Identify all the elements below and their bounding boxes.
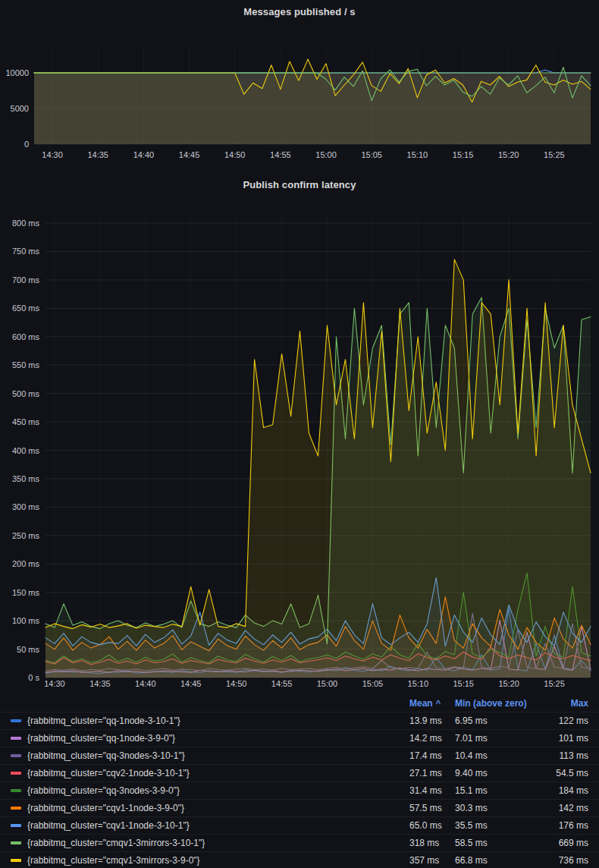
legend-header-max[interactable]: Max bbox=[547, 698, 588, 709]
svg-text:15:10: 15:10 bbox=[408, 679, 429, 688]
legend-row: {rabbitmq_cluster="qq-3nodes-3-10-1"}17.… bbox=[0, 747, 599, 764]
series-color-swatch bbox=[11, 719, 21, 722]
svg-text:600 ms: 600 ms bbox=[12, 332, 40, 341]
svg-text:15:15: 15:15 bbox=[453, 150, 474, 159]
series-color-swatch bbox=[11, 807, 21, 810]
legend-series-label[interactable]: {rabbitmq_cluster="cmqv1-3mirrors-3-9-0"… bbox=[27, 855, 200, 866]
legend-min-value: 66.8 ms bbox=[455, 855, 547, 866]
legend-mean-value: 13.9 ms bbox=[409, 715, 455, 726]
legend-min-value: 6.95 ms bbox=[455, 715, 547, 726]
svg-text:0: 0 bbox=[24, 140, 29, 149]
svg-text:15:25: 15:25 bbox=[544, 150, 565, 159]
svg-text:50 ms: 50 ms bbox=[17, 645, 39, 654]
svg-text:15:05: 15:05 bbox=[362, 679, 384, 688]
series-color-swatch bbox=[11, 789, 21, 792]
svg-text:14:55: 14:55 bbox=[270, 150, 291, 159]
legend-row: {rabbitmq_cluster="cqv1-1node-3-10-1"}65… bbox=[0, 816, 599, 834]
legend-mean-value: 27.1 ms bbox=[409, 768, 455, 778]
legend-series-cell: {rabbitmq_cluster="qq-3nodes-3-9-0"} bbox=[11, 785, 409, 796]
grafana-dashboard: Messages published / s 050001000014:3014… bbox=[0, 0, 599, 868]
svg-text:15:10: 15:10 bbox=[407, 150, 428, 159]
legend-max-value: 122 ms bbox=[547, 715, 588, 726]
svg-text:14:35: 14:35 bbox=[87, 150, 108, 159]
svg-text:550 ms: 550 ms bbox=[12, 360, 40, 370]
svg-text:450 ms: 450 ms bbox=[12, 417, 40, 426]
legend-header-row: Mean^ Min (above zero) Max bbox=[0, 695, 599, 712]
svg-text:250 ms: 250 ms bbox=[12, 531, 40, 540]
legend-series-label[interactable]: {rabbitmq_cluster="qq-1node-3-9-0"} bbox=[27, 733, 175, 744]
legend-mean-value: 57.5 ms bbox=[409, 803, 455, 813]
legend-series-cell: {rabbitmq_cluster="cmqv1-3mirrors-3-9-0"… bbox=[11, 855, 409, 866]
series-color-swatch bbox=[11, 841, 21, 844]
legend-series-label[interactable]: {rabbitmq_cluster="cmqv1-3mirrors-3-10-1… bbox=[27, 838, 205, 848]
legend-series-label[interactable]: {rabbitmq_cluster="qq-3nodes-3-10-1"} bbox=[27, 750, 185, 761]
svg-text:800 ms: 800 ms bbox=[12, 219, 40, 228]
legend-mean-value: 14.2 ms bbox=[409, 733, 455, 744]
series-color-swatch bbox=[11, 859, 21, 862]
legend-min-value: 7.01 ms bbox=[455, 733, 547, 744]
svg-text:15:20: 15:20 bbox=[498, 150, 519, 159]
legend-series-cell: {rabbitmq_cluster="qq-3nodes-3-10-1"} bbox=[11, 750, 409, 761]
svg-text:350 ms: 350 ms bbox=[12, 474, 40, 483]
legend-series-cell: {rabbitmq_cluster="qq-1node-3-9-0"} bbox=[11, 733, 409, 744]
legend-mean-value: 318 ms bbox=[409, 838, 455, 848]
svg-text:15:15: 15:15 bbox=[453, 679, 474, 688]
legend-min-value: 10.4 ms bbox=[455, 750, 547, 761]
legend-row: {rabbitmq_cluster="qq-1node-3-10-1"}13.9… bbox=[0, 712, 599, 729]
legend-max-value: 176 ms bbox=[547, 820, 588, 831]
legend-header-mean-label: Mean bbox=[409, 698, 433, 709]
legend-series-cell: {rabbitmq_cluster="cqv1-1node-3-9-0"} bbox=[11, 803, 409, 813]
legend-series-label[interactable]: {rabbitmq_cluster="cqv1-1node-3-10-1"} bbox=[27, 820, 190, 831]
publish-confirm-latency-chart[interactable]: 0 s50 ms100 ms150 ms200 ms250 ms300 ms35… bbox=[0, 171, 599, 697]
legend-series-label[interactable]: {rabbitmq_cluster="qq-3nodes-3-9-0"} bbox=[27, 785, 180, 796]
series-color-swatch bbox=[11, 824, 21, 827]
svg-text:14:50: 14:50 bbox=[224, 150, 246, 159]
svg-text:150 ms: 150 ms bbox=[12, 588, 40, 597]
series-color-swatch bbox=[11, 772, 21, 775]
svg-text:650 ms: 650 ms bbox=[12, 303, 40, 313]
legend-series-label[interactable]: {rabbitmq_cluster="cqv2-1node-3-10-1"} bbox=[27, 768, 190, 778]
legend-row: {rabbitmq_cluster="qq-3nodes-3-9-0"}31.4… bbox=[0, 782, 599, 799]
svg-text:14:30: 14:30 bbox=[44, 679, 65, 688]
svg-text:400 ms: 400 ms bbox=[12, 446, 40, 455]
legend-min-value: 58.5 ms bbox=[455, 838, 547, 848]
legend-max-value: 101 ms bbox=[547, 733, 588, 744]
svg-text:100 ms: 100 ms bbox=[12, 616, 40, 625]
legend-header-mean[interactable]: Mean^ bbox=[409, 698, 455, 709]
messages-published-chart[interactable]: 050001000014:3014:3514:4014:4514:5014:55… bbox=[0, 0, 599, 171]
legend-series-label[interactable]: {rabbitmq_cluster="qq-1node-3-10-1"} bbox=[27, 715, 180, 726]
svg-text:750 ms: 750 ms bbox=[12, 247, 40, 256]
svg-text:15:25: 15:25 bbox=[544, 679, 565, 688]
legend-max-value: 142 ms bbox=[547, 803, 588, 813]
legend-series-cell: {rabbitmq_cluster="cqv1-1node-3-10-1"} bbox=[11, 820, 409, 831]
svg-text:15:00: 15:00 bbox=[315, 150, 337, 159]
svg-text:500 ms: 500 ms bbox=[12, 389, 40, 398]
svg-text:15:20: 15:20 bbox=[498, 679, 519, 688]
legend-mean-value: 31.4 ms bbox=[409, 785, 455, 796]
legend-min-value: 9.40 ms bbox=[455, 768, 547, 778]
legend-series-cell: {rabbitmq_cluster="cqv2-1node-3-10-1"} bbox=[11, 768, 409, 778]
legend-series-cell: {rabbitmq_cluster="qq-1node-3-10-1"} bbox=[11, 715, 409, 726]
series-color-swatch bbox=[11, 754, 21, 757]
legend-min-value: 15.1 ms bbox=[455, 785, 547, 796]
legend-series-cell: {rabbitmq_cluster="cmqv1-3mirrors-3-10-1… bbox=[11, 838, 409, 848]
svg-text:14:40: 14:40 bbox=[133, 150, 155, 159]
legend-max-value: 736 ms bbox=[547, 855, 588, 866]
svg-text:14:40: 14:40 bbox=[135, 679, 156, 688]
legend-mean-value: 65.0 ms bbox=[409, 820, 455, 831]
svg-text:14:30: 14:30 bbox=[42, 150, 63, 159]
legend-table: Mean^ Min (above zero) Max {rabbitmq_clu… bbox=[0, 695, 599, 868]
legend-header-min[interactable]: Min (above zero) bbox=[455, 698, 547, 709]
svg-text:300 ms: 300 ms bbox=[12, 502, 40, 511]
legend-mean-value: 357 ms bbox=[409, 855, 455, 866]
svg-text:14:50: 14:50 bbox=[226, 679, 247, 688]
legend-rows: {rabbitmq_cluster="qq-1node-3-10-1"}13.9… bbox=[0, 712, 599, 868]
svg-text:14:45: 14:45 bbox=[180, 679, 202, 688]
svg-text:5000: 5000 bbox=[11, 104, 29, 113]
legend-row: {rabbitmq_cluster="cqv2-1node-3-10-1"}27… bbox=[0, 764, 599, 782]
svg-text:0 s: 0 s bbox=[28, 673, 39, 682]
svg-text:14:45: 14:45 bbox=[179, 150, 200, 159]
sort-asc-icon: ^ bbox=[436, 699, 441, 708]
legend-series-label[interactable]: {rabbitmq_cluster="cqv1-1node-3-9-0"} bbox=[27, 803, 184, 813]
legend-min-value: 30.3 ms bbox=[455, 803, 547, 813]
